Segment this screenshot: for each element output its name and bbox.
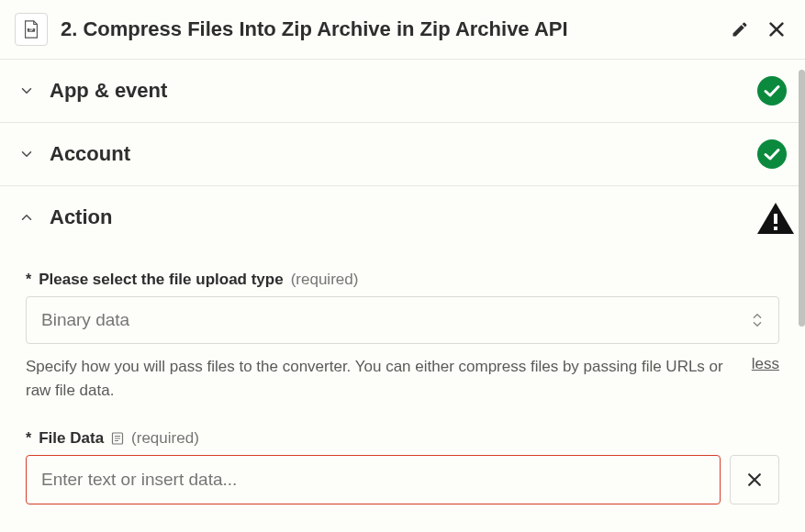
close-icon bbox=[745, 471, 764, 489]
chevron-up-icon bbox=[18, 209, 35, 226]
app-icon: ZIP bbox=[15, 13, 48, 46]
step-header: ZIP 2. Compress Files Into Zip Archive i… bbox=[0, 0, 805, 59]
status-complete-icon bbox=[757, 139, 787, 169]
svg-point-2 bbox=[757, 76, 787, 105]
zip-file-icon: ZIP bbox=[21, 19, 41, 39]
close-icon bbox=[766, 19, 787, 39]
clear-input-button[interactable] bbox=[730, 455, 779, 504]
section-title: App & event bbox=[50, 79, 743, 103]
scrollbar-thumb[interactable] bbox=[799, 70, 805, 327]
pencil-icon bbox=[731, 20, 749, 39]
header-actions bbox=[730, 19, 787, 39]
field-label: Please select the file upload type bbox=[39, 271, 283, 289]
updown-icon bbox=[751, 312, 764, 328]
required-asterisk: * bbox=[26, 272, 31, 288]
field-help-text: Specify how you will pass files to the c… bbox=[26, 355, 724, 404]
section-account[interactable]: Account bbox=[0, 122, 805, 185]
status-warning-icon bbox=[757, 203, 787, 232]
svg-point-3 bbox=[757, 139, 787, 169]
field-label: File Data bbox=[39, 429, 104, 448]
chevron-down-icon bbox=[18, 83, 35, 99]
section-title: Action bbox=[50, 205, 743, 229]
field-required-text: (required) bbox=[131, 429, 199, 448]
section-app-event[interactable]: App & event bbox=[0, 59, 805, 122]
scrollbar[interactable] bbox=[799, 70, 805, 532]
action-body: * Please select the file upload type (re… bbox=[0, 249, 805, 514]
file-data-input-row bbox=[26, 455, 779, 504]
status-complete-icon bbox=[757, 76, 787, 105]
step-title: 2. Compress Files Into Zip Archive in Zi… bbox=[61, 17, 717, 41]
svg-text:ZIP: ZIP bbox=[29, 28, 34, 32]
toggle-help-link[interactable]: less bbox=[752, 355, 779, 373]
help-row: Specify how you will pass files to the c… bbox=[26, 355, 779, 404]
close-button[interactable] bbox=[766, 19, 787, 39]
field-label-row: * Please select the file upload type (re… bbox=[26, 271, 779, 289]
edit-button[interactable] bbox=[730, 19, 750, 39]
svg-rect-5 bbox=[774, 227, 777, 230]
section-title: Account bbox=[50, 142, 743, 166]
field-label-row: * File Data (required) bbox=[26, 429, 779, 448]
chevron-down-icon bbox=[18, 146, 35, 162]
svg-rect-4 bbox=[774, 214, 777, 224]
file-data-input[interactable] bbox=[26, 455, 721, 504]
upload-type-select[interactable]: Binary data bbox=[26, 296, 779, 344]
note-icon bbox=[111, 432, 124, 445]
select-value: Binary data bbox=[41, 310, 129, 330]
section-action[interactable]: Action bbox=[0, 185, 805, 249]
field-required-text: (required) bbox=[291, 271, 359, 289]
required-asterisk: * bbox=[26, 430, 31, 447]
